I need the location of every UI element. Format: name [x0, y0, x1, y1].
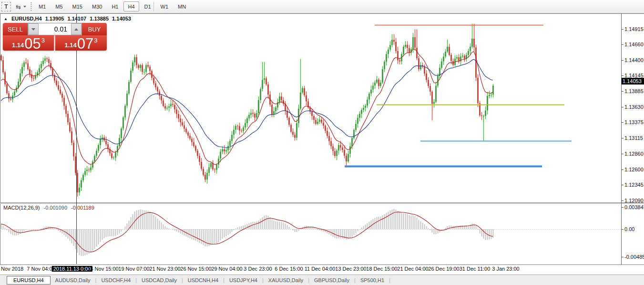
- sell-button[interactable]: SELL: [3, 23, 28, 35]
- macd-tick: [622, 207, 624, 208]
- sell-price-box[interactable]: 1.14 05 3: [3, 35, 54, 51]
- price-axis-label: 1.14660: [624, 42, 644, 47]
- time-axis-label: 18 Dec 15:00: [366, 266, 397, 272]
- caret-down-icon: [31, 28, 35, 31]
- price-axis-label: 1.12345: [624, 182, 644, 188]
- volume-decrease-button[interactable]: [28, 23, 39, 35]
- caret-up-icon: [74, 28, 78, 31]
- collapse-triangle-icon[interactable]: ▲: [4, 17, 8, 21]
- timeframe-button-w1[interactable]: W1: [156, 1, 173, 11]
- price-axis-label: 1.14915: [624, 26, 644, 32]
- timeframe-button-mn[interactable]: MN: [174, 1, 190, 11]
- timeframe-button-d1[interactable]: D1: [140, 1, 155, 11]
- time-axis-label: 7 Nov 04:00: [27, 266, 55, 272]
- time-axis-label: 26 Dec 19:00: [428, 266, 459, 272]
- buy-price-base: 1.14: [64, 42, 76, 49]
- time-axis-label: 31 Dec 11:00: [460, 266, 491, 272]
- toolbar-separator: [153, 1, 154, 11]
- time-axis-label: 26 Nov 15:00: [180, 266, 211, 272]
- price-tick: [622, 75, 624, 76]
- buy-price-box[interactable]: 1.14 07 3: [55, 35, 107, 51]
- timeframe-button-m5[interactable]: M5: [51, 1, 67, 11]
- chart-symbol: EURUSD,H4: [11, 16, 42, 21]
- timeframe-button-m1[interactable]: M1: [34, 1, 50, 11]
- chart-tab-usdcad-daily[interactable]: USDCAD,Daily: [137, 276, 182, 284]
- chevron-down-icon: [23, 6, 26, 8]
- sell-price-pip: 3: [41, 37, 45, 44]
- price-tick: [622, 154, 624, 154]
- time-axis-label: 14 Nov 15:00: [87, 266, 118, 272]
- time-axis-label: 29 Nov 04:00: [211, 266, 242, 272]
- price-tick: [622, 169, 624, 170]
- price-axis-label: 1.12600: [624, 167, 644, 172]
- macd-label: MACD(12,26,9) -0.001090 -0.001189: [3, 205, 94, 211]
- buy-price-pip: 3: [94, 37, 97, 44]
- time-axis-label: 11 Dec 04:00: [305, 266, 336, 272]
- tab-separator: |: [389, 277, 390, 283]
- price-tick: [622, 185, 624, 185]
- price-axis-label: 1.13630: [624, 104, 644, 110]
- price-axis-label: 1.12090: [624, 198, 644, 203]
- chart-tab-sp500-h1[interactable]: SP500,H1: [356, 276, 389, 284]
- text-tool-button[interactable]: T: [1, 2, 11, 11]
- chart-tab-audusd-daily[interactable]: AUDUSD,Daily: [51, 276, 95, 284]
- bar-close: 1.14053: [112, 16, 131, 21]
- bar-high: 1.14107: [67, 16, 86, 21]
- macd-axis-label: 0.00: [624, 226, 634, 232]
- chart-tab-xauusd-daily[interactable]: XAUUSD,Daily: [264, 276, 308, 284]
- chart-tab-bar: EURUSD,H4AUDUSD,Daily|USDCHF,H4|USDCAD,D…: [0, 274, 644, 285]
- macd-tick: [622, 229, 624, 230]
- macd-axis-label: -0.004856: [624, 254, 644, 260]
- timeframe-button-h4[interactable]: H4: [123, 1, 139, 11]
- arrows-icon: ⇆: [16, 3, 21, 11]
- timeframe-toolbar: M1M5M15M30H1H4D1W1MN: [34, 1, 190, 11]
- sell-price-base: 1.14: [12, 42, 24, 49]
- chart-tab-usdjpy-h4[interactable]: USDJPY,H4: [225, 276, 262, 284]
- sell-price-big: 05: [24, 37, 41, 51]
- price-tick: [622, 60, 624, 61]
- buy-button[interactable]: BUY: [82, 23, 107, 35]
- volume-stepper: 0.01: [28, 23, 82, 35]
- time-axis[interactable]: 2 Nov 20187 Nov 04:002018.11.13 0:0014 N…: [0, 265, 644, 274]
- price-axis[interactable]: 1.149151.146601.144001.141451.138851.136…: [622, 13, 644, 264]
- price-axis-label: 1.12860: [624, 151, 644, 157]
- crosshair-date-label: 2018.11.13 0:00: [52, 266, 92, 272]
- bar-open: 1.13905: [45, 16, 64, 21]
- time-axis-label: 13 Dec 23:00: [335, 266, 366, 272]
- volume-value[interactable]: 0.01: [39, 23, 71, 35]
- time-axis-label: 21 Nov 23:00: [149, 266, 180, 272]
- toolbar-grip: [31, 2, 32, 11]
- price-tick: [622, 122, 624, 123]
- price-tick: [622, 107, 624, 107]
- price-axis-label: 1.13375: [624, 119, 644, 125]
- chart-tab-gbpusd-daily[interactable]: GBPUSD,Daily: [309, 276, 354, 284]
- buy-price-big: 07: [77, 37, 93, 51]
- price-tick: [622, 138, 624, 138]
- price-axis-label: 1.13885: [624, 88, 644, 94]
- timeframe-button-m30[interactable]: M30: [88, 1, 106, 11]
- price-tick: [622, 29, 624, 30]
- timeframe-button-m15[interactable]: M15: [68, 1, 87, 11]
- price-tick: [622, 201, 624, 201]
- chart-tab-usdcnh-h4[interactable]: USDCNH,H4: [183, 276, 223, 284]
- chart-tab-usdchf-h4[interactable]: USDCHF,H4: [96, 276, 135, 284]
- macd-indicator-pane[interactable]: [0, 204, 621, 264]
- macd-signal-value: -0.001189: [71, 205, 94, 211]
- top-toolbar: T ⇆ M1M5M15M30H1H4D1W1MN: [0, 0, 644, 13]
- chart-title: ▲ EURUSD,H4 1.13905 1.14107 1.13885 1.14…: [4, 16, 133, 21]
- time-axis-label: 2 Nov 2018: [0, 266, 23, 272]
- timeframe-button-h1[interactable]: H1: [107, 1, 123, 11]
- price-tick: [622, 44, 624, 45]
- macd-tick: [622, 257, 624, 257]
- price-tick: [622, 91, 624, 92]
- current-price-tag: 1.14053: [622, 78, 644, 84]
- price-axis-label: 1.13115: [624, 135, 643, 141]
- macd-main-value: -0.001090: [43, 205, 67, 211]
- one-click-trading-panel: SELL 0.01 BUY 1.14 05 3 1.14 07 3: [3, 23, 107, 51]
- volume-increase-button[interactable]: [71, 23, 82, 35]
- chart-tab-eurusd-h4[interactable]: EURUSD,H4: [7, 276, 51, 285]
- price-axis-label: 1.14400: [624, 57, 644, 63]
- arrows-dropdown-button[interactable]: ⇆: [13, 2, 29, 11]
- time-axis-label: 3 Dec 23:00: [244, 266, 272, 272]
- pane-splitter[interactable]: [0, 202, 644, 204]
